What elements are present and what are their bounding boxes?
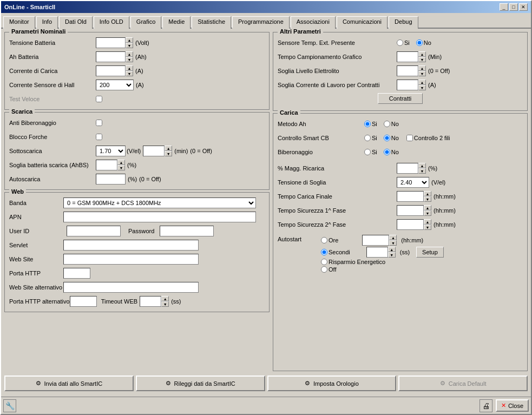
soglia-batteria-up[interactable]: ▲ — [117, 160, 125, 165]
tensione-soglia-select[interactable]: 2.40 — [397, 177, 429, 188]
userid-input[interactable] — [67, 226, 121, 236]
corrente-hall-select[interactable]: 200 — [96, 80, 134, 90]
sensore-temp-si-label[interactable]: Si — [397, 39, 410, 46]
porta-http-input[interactable]: 8888 — [63, 268, 90, 279]
tempo-campionamento-up[interactable]: ▲ — [418, 51, 426, 57]
soglia-batteria-input[interactable]: 80 — [96, 160, 117, 170]
biberonaggio-si-label[interactable]: Si — [364, 149, 377, 155]
soglia-batteria-down[interactable]: ▼ — [117, 165, 125, 170]
tempo-carica-finale-down[interactable]: ▼ — [424, 196, 431, 202]
soglia-corrente-input[interactable]: 10 — [397, 80, 418, 90]
controllo-smart-si-radio[interactable] — [364, 135, 371, 141]
tensione-batteria-up[interactable]: ▲ — [126, 37, 133, 43]
tab-grafico[interactable]: Grafico — [130, 16, 161, 29]
autostart-secondi-down[interactable]: ▼ — [388, 252, 396, 258]
autostart-ore-label[interactable]: Ore — [321, 237, 338, 243]
sottoscarica-input[interactable]: 30 — [143, 146, 165, 156]
tempo-sicurezza-1-up[interactable]: ▲ — [424, 205, 431, 210]
tempo-sicurezza-2-up[interactable]: ▲ — [424, 219, 431, 225]
soglia-corrente-up[interactable]: ▲ — [418, 80, 426, 85]
servlet-input[interactable]: /smartview/AlfaManager — [63, 240, 199, 251]
timeout-web-input[interactable]: 140 — [140, 296, 161, 307]
biberonaggio-no-label[interactable]: No — [384, 149, 399, 155]
close-button[interactable]: ✕ Close — [496, 399, 529, 412]
controllo-smart-si-label[interactable]: Si — [364, 135, 377, 141]
imposta-orologio-button[interactable]: ⚙ Imposta Orologio — [267, 376, 397, 391]
rileggi-dati-button[interactable]: ⚙ Rileggi dati da SmartIC — [136, 376, 265, 391]
web-site-alt-input[interactable]: 85.47.105.98 — [63, 282, 199, 293]
sottoscarica-select[interactable]: 1.70 — [96, 146, 126, 156]
autostart-off-label[interactable]: Off — [321, 266, 336, 273]
tab-dati-old[interactable]: Dati Old — [59, 16, 93, 29]
magg-ricarica-up[interactable]: ▲ — [418, 163, 426, 168]
ah-batteria-up[interactable]: ▲ — [126, 51, 133, 57]
sensore-temp-si-radio[interactable] — [397, 39, 403, 46]
tab-info[interactable]: Info — [36, 16, 58, 29]
tempo-sicurezza-1-input[interactable]: 10:00 — [397, 205, 424, 216]
soglia-livello-up[interactable]: ▲ — [418, 65, 426, 71]
tab-programmazione[interactable]: Programmazione — [232, 16, 290, 29]
magg-ricarica-down[interactable]: ▼ — [418, 168, 426, 174]
test-veloce-checkbox[interactable] — [96, 96, 102, 102]
blocco-forche-checkbox[interactable] — [96, 134, 102, 140]
minimize-button[interactable]: _ — [500, 3, 508, 11]
tensione-batteria-input[interactable]: 24 — [96, 37, 126, 48]
tab-medie[interactable]: Medie — [162, 16, 191, 29]
close-title-button[interactable]: ✕ — [519, 3, 528, 11]
apn-input[interactable]: WEB.OMNITEL.IT — [63, 212, 256, 222]
sensore-temp-no-radio[interactable] — [416, 39, 423, 46]
sottoscarica-down[interactable]: ▼ — [165, 151, 172, 156]
controllo-smart-no-label[interactable]: No — [384, 135, 399, 141]
corrente-carica-down[interactable]: ▼ — [126, 71, 133, 76]
maximize-button[interactable]: □ — [509, 3, 518, 11]
tab-monitor[interactable]: Monitor — [3, 16, 35, 29]
tab-comunicazioni[interactable]: Comunicazioni — [337, 16, 387, 29]
autostart-ore-up[interactable]: ▲ — [389, 235, 397, 240]
soglia-livello-input[interactable]: 0 — [397, 65, 418, 76]
carica-default-button[interactable]: ⚙ Carica Default — [398, 376, 528, 391]
tab-associazioni[interactable]: Associazioni — [291, 16, 336, 29]
autostart-off-radio[interactable] — [321, 266, 327, 273]
metodo-ah-no-label[interactable]: No — [384, 121, 399, 127]
soglia-livello-down[interactable]: ▼ — [418, 71, 426, 76]
autostart-ore-radio[interactable] — [321, 237, 327, 243]
tempo-campionamento-down[interactable]: ▼ — [418, 57, 426, 62]
tempo-sicurezza-2-down[interactable]: ▼ — [424, 225, 431, 230]
autostart-ore-input[interactable]: 1:00 — [362, 235, 389, 246]
anti-biberonaggio-checkbox[interactable] — [96, 120, 102, 126]
tab-statistiche[interactable]: Statistiche — [192, 16, 231, 29]
metodo-ah-si-radio[interactable] — [364, 121, 371, 127]
controllo-smart-no-radio[interactable] — [384, 135, 390, 141]
corrente-carica-input[interactable]: 100 — [96, 65, 126, 76]
autostart-secondi-up[interactable]: ▲ — [388, 247, 396, 252]
controllo-2fili-checkbox[interactable] — [406, 135, 413, 141]
autostart-secondi-radio[interactable] — [321, 249, 327, 255]
sottoscarica-up[interactable]: ▲ — [165, 146, 172, 151]
timeout-web-up[interactable]: ▲ — [161, 296, 169, 301]
autoscarica-input[interactable]: 1.00 — [96, 174, 126, 185]
tab-info-old[interactable]: Info OLD — [94, 16, 129, 29]
web-site-input[interactable]: smartw.alfaprogetti.com — [63, 254, 199, 265]
tempo-sicurezza-1-down[interactable]: ▼ — [424, 210, 431, 216]
password-input[interactable] — [160, 226, 214, 236]
tempo-carica-finale-up[interactable]: ▲ — [424, 191, 431, 196]
metodo-ah-si-label[interactable]: Si — [364, 121, 377, 127]
sensore-temp-no-label[interactable]: No — [416, 39, 431, 46]
tempo-carica-finale-input[interactable]: 2:00 — [397, 191, 424, 202]
setup-button[interactable]: Setup — [416, 247, 444, 258]
controllo-2fili-label[interactable]: Controllo 2 fili — [406, 135, 450, 141]
autostart-ore-down[interactable]: ▼ — [389, 240, 397, 246]
timeout-web-down[interactable]: ▼ — [161, 301, 169, 307]
magg-ricarica-input[interactable]: 7 — [397, 163, 418, 174]
autostart-risparmio-label[interactable]: Risparmio Energetico — [321, 259, 385, 265]
tab-debug[interactable]: Debug — [389, 16, 418, 29]
invia-dati-button[interactable]: ⚙ Invia dati allo SmartIC — [4, 376, 134, 391]
tempo-campionamento-input[interactable]: 6 — [397, 51, 418, 62]
metodo-ah-no-radio[interactable] — [384, 121, 390, 127]
corrente-carica-up[interactable]: ▲ — [126, 65, 133, 71]
ah-batteria-input[interactable]: 600 — [96, 51, 126, 62]
tempo-sicurezza-2-input[interactable]: 6:00 — [397, 219, 424, 230]
banda-select[interactable]: 0 = GSM 900MHz + DCS 1800MHz — [63, 197, 256, 208]
autostart-secondi-label[interactable]: Secondi — [321, 249, 350, 255]
ah-batteria-down[interactable]: ▼ — [126, 57, 133, 62]
